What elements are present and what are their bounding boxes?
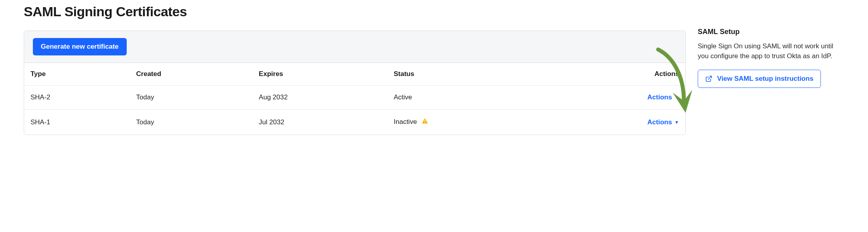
chevron-down-icon: ▼ [674,120,679,125]
cell-type: SHA-1 [24,110,130,135]
status-text: Active [394,93,412,101]
col-status: Status [387,63,541,86]
cell-type: SHA-2 [24,86,130,110]
generate-new-certificate-button[interactable]: Generate new certificate [33,38,127,55]
actions-label: Actions [647,93,672,101]
view-instructions-label: View SAML setup instructions [717,75,813,83]
table-header-row: Type Created Expires Status Actions [24,63,685,86]
col-expires: Expires [253,63,388,86]
view-saml-setup-instructions-button[interactable]: View SAML setup instructions [698,70,821,88]
row-actions-dropdown[interactable]: Actions ▼ [647,118,679,126]
svg-rect-0 [424,120,425,122]
status-text: Inactive [394,118,417,126]
row-actions-dropdown[interactable]: Actions ▼ [647,93,679,101]
cell-status: Active [387,86,541,110]
certificates-panel-header: Generate new certificate [24,31,685,63]
warning-icon [421,118,428,127]
cell-expires: Aug 2032 [253,86,388,110]
page-title: SAML Signing Certificates [24,4,686,19]
svg-line-2 [708,76,712,80]
certificates-table: Type Created Expires Status Actions SHA-… [24,63,685,135]
actions-label: Actions [647,118,672,126]
cell-status: Inactive [387,110,541,135]
certificates-panel: Generate new certificate Type Created Ex… [24,30,686,135]
chevron-down-icon: ▼ [674,95,679,100]
col-type: Type [24,63,130,86]
col-actions: Actions [541,63,685,86]
external-link-icon [705,75,712,82]
cell-created: Today [130,110,253,135]
saml-setup-sidebar: SAML Setup Single Sign On using SAML wil… [698,4,844,88]
cell-expires: Jul 2032 [253,110,388,135]
sidebar-title: SAML Setup [698,28,844,36]
cell-created: Today [130,86,253,110]
table-row: SHA-2 Today Aug 2032 Active Actions ▼ [24,86,685,110]
table-row: SHA-1 Today Jul 2032 Inactive [24,110,685,135]
sidebar-description: Single Sign On using SAML will not work … [698,42,844,61]
col-created: Created [130,63,253,86]
svg-rect-1 [424,122,425,123]
